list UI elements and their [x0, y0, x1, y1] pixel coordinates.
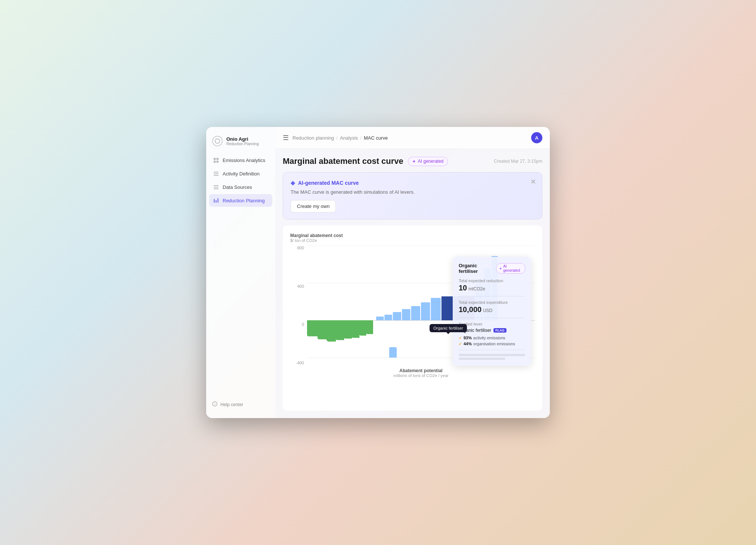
- ai-info-card: ◆ AI-generated MAC curve The MAC curve i…: [283, 172, 542, 219]
- sidebar: Onio Agri Reduction Planning Emissions A…: [206, 127, 275, 418]
- content-area: Marginal abatement cost curve ✦ AI gener…: [275, 149, 550, 418]
- breadcrumb-sep-2: /: [360, 135, 362, 141]
- sidebar-footer: ? Help center: [206, 397, 275, 412]
- popup-metric-2-label: Total expected expenditure: [459, 300, 525, 305]
- popup-divider-2: [459, 318, 525, 318]
- page-header: Marginal abatement cost curve ✦ AI gener…: [283, 156, 542, 166]
- sidebar-nav: Emissions Analytics Activity Definition …: [206, 154, 275, 397]
- sidebar-item-label: Reduction Planning: [223, 198, 265, 203]
- svg-rect-9: [214, 187, 219, 187]
- popup-unit-1: mtCO2e: [468, 286, 485, 292]
- svg-rect-29: [421, 302, 430, 320]
- page-title: Marginal abatement cost curve: [283, 156, 403, 166]
- chart-body: Organic fertiliser Organic fertiliser ✦ …: [307, 246, 535, 358]
- bar-tooltip: Organic fertiliser: [430, 324, 467, 332]
- sidebar-item-reduction[interactable]: Reduction Planning: [209, 194, 272, 207]
- help-center-item[interactable]: ? Help center: [212, 401, 269, 408]
- popup-metric-2-value: 10,000 USD: [459, 305, 525, 314]
- breadcrumb: Reduction planning / Analysis / MAC curv…: [292, 135, 388, 141]
- svg-rect-17: [319, 320, 327, 339]
- avatar[interactable]: A: [531, 132, 542, 143]
- arrow-icon-2: ↙: [459, 341, 462, 346]
- ai-badge: ✦ AI generated: [408, 157, 448, 166]
- svg-rect-1: [214, 158, 216, 160]
- datasources-icon: [213, 184, 219, 190]
- sidebar-item-label: Activity Definition: [223, 171, 260, 177]
- bar-tooltip-text: Organic fertiliser: [433, 326, 463, 330]
- chart-card: Marginal abatement cost $/ ton of CO2e 8…: [283, 225, 542, 411]
- org-name: Onio Agri: [226, 136, 259, 142]
- popup-title-row: Organic fertiliser ✦ AI generated: [459, 263, 525, 274]
- popup-spark-icon: ✦: [499, 267, 502, 271]
- svg-rect-28: [411, 306, 420, 320]
- spark-icon: ✦: [412, 159, 416, 164]
- breadcrumb-item-2[interactable]: Analysis: [340, 135, 358, 141]
- svg-rect-23: [367, 320, 373, 334]
- menu-icon[interactable]: ☰: [283, 134, 289, 142]
- topbar: ☰ Reduction planning / Analysis / MAC cu…: [275, 127, 550, 149]
- popup-stat-2: ↙ 44% organisation emissions: [459, 341, 525, 346]
- svg-rect-20: [345, 320, 352, 339]
- ai-card-title: AI-generated MAC curve: [298, 180, 359, 186]
- sidebar-header: Onio Agri Reduction Planning: [206, 133, 275, 154]
- svg-rect-26: [393, 312, 401, 320]
- sidebar-item-label: Emissions Analytics: [223, 158, 265, 163]
- popup-metric-2: Total expected expenditure 10,000 USD: [459, 300, 525, 314]
- app-window: Onio Agri Reduction Planning Emissions A…: [206, 127, 550, 418]
- popup-stat-1: ↙ 93% activity emissions: [459, 335, 525, 340]
- popup-ai-badge: ✦ AI generated: [496, 263, 525, 274]
- sidebar-item-emissions[interactable]: Emissions Analytics: [209, 154, 272, 166]
- svg-rect-6: [214, 173, 219, 174]
- y-tick-400: 400: [290, 284, 304, 289]
- svg-rect-10: [214, 189, 219, 189]
- popup-lever-section: Applied lever Organic fertiliser FLAG ↙ …: [459, 322, 525, 346]
- chart-y-axis: 800 400 0 -400: [290, 246, 307, 365]
- topbar-left: ☰ Reduction planning / Analysis / MAC cu…: [283, 134, 388, 142]
- ai-badge-label: AI generated: [418, 159, 444, 164]
- svg-rect-18: [328, 320, 336, 342]
- diamond-icon: ◆: [291, 179, 295, 186]
- svg-rect-19: [337, 320, 344, 340]
- org-logo: [212, 136, 223, 146]
- popup-skeleton-1: [459, 354, 525, 356]
- stat-label-1: activity emissions: [473, 336, 505, 340]
- created-date: Created Mar 27, 3:15pm: [494, 159, 542, 164]
- breadcrumb-item-1[interactable]: Reduction planning: [292, 135, 334, 141]
- create-own-button[interactable]: Create my own: [291, 200, 336, 212]
- svg-point-0: [215, 139, 220, 143]
- svg-rect-3: [214, 161, 216, 163]
- sidebar-item-activity[interactable]: Activity Definition: [209, 167, 272, 180]
- org-sub: Reduction Planning: [226, 142, 259, 146]
- popup-lever-row: Organic fertiliser FLAG: [459, 328, 525, 333]
- emissions-icon: [213, 157, 219, 163]
- sidebar-item-label: Data Sources: [223, 184, 252, 190]
- svg-rect-11: [214, 199, 215, 203]
- x-axis-area: Abatement potential millions of tons of …: [307, 368, 535, 378]
- close-button[interactable]: ✕: [530, 178, 536, 186]
- detail-popup: Organic fertiliser ✦ AI generated Total …: [453, 257, 531, 366]
- popup-metric-1: Total expected reduction 10 mtCO2e: [459, 278, 525, 292]
- chart-wrapper: 800 400 0 -400: [290, 246, 535, 365]
- svg-rect-7: [214, 175, 219, 176]
- ai-card-header: ◆ AI-generated MAC curve: [291, 179, 535, 186]
- svg-rect-2: [216, 158, 219, 160]
- flag-badge: FLAG: [493, 328, 506, 333]
- x-axis-sub: millions of tons of CO2e / year: [307, 373, 535, 378]
- page-title-row: Marginal abatement cost curve ✦ AI gener…: [283, 156, 448, 166]
- chart-y-sub: $/ ton of CO2e: [290, 238, 535, 243]
- breadcrumb-sep-1: /: [336, 135, 338, 141]
- popup-ai-label: AI generated: [503, 264, 522, 272]
- x-axis-title: Abatement potential: [307, 368, 535, 373]
- sidebar-item-datasources[interactable]: Data Sources: [209, 181, 272, 193]
- ai-card-description: The MAC curve is generated with simulati…: [291, 189, 535, 195]
- activity-icon: [213, 171, 219, 177]
- popup-divider-3: [459, 350, 525, 350]
- help-icon: ?: [212, 401, 217, 408]
- svg-rect-13: [217, 198, 219, 203]
- popup-skeleton-2: [459, 358, 505, 360]
- popup-divider-1: [459, 296, 525, 296]
- popup-value-2: 10,000: [459, 305, 481, 314]
- reduction-icon: [213, 197, 219, 203]
- svg-rect-16: [308, 320, 317, 336]
- main-content: ☰ Reduction planning / Analysis / MAC cu…: [275, 127, 550, 418]
